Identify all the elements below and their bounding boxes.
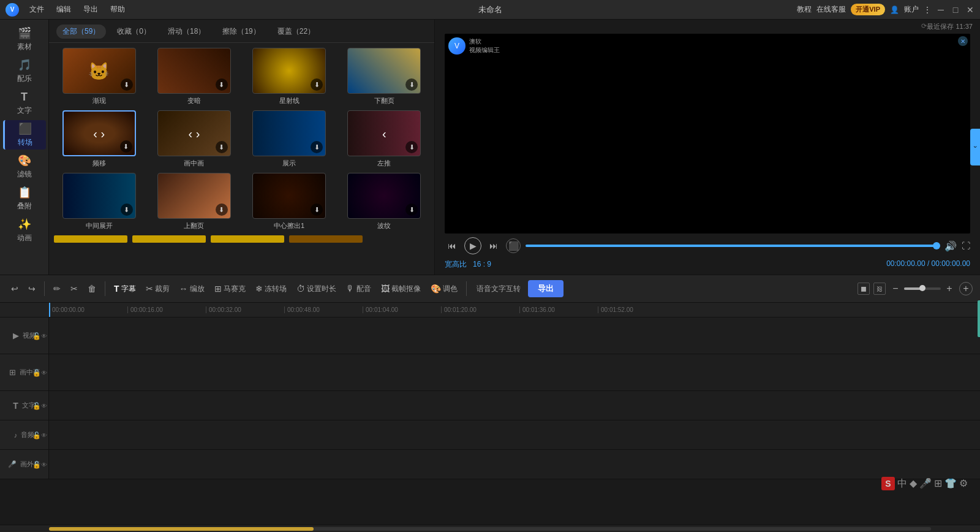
shichang-button[interactable]: ⏱ 设置时长 [293, 281, 340, 297]
transition-thumb-jianzhan[interactable]: ⬇ [62, 48, 136, 94]
sidebar-item-donghua[interactable]: ✨ 动画 [3, 216, 46, 245]
caijian-button[interactable]: ✂ 裁剪 [142, 281, 173, 297]
download-button[interactable]: ⬇ [216, 141, 228, 153]
tab-wipe[interactable]: 擦除（19） [216, 25, 266, 39]
minimize-button[interactable]: ─ [936, 5, 946, 15]
mute-icon[interactable]: 👁 [41, 332, 47, 339]
tab-cover[interactable]: 覆盖（22） [271, 25, 321, 39]
sidebar-item-lvjing[interactable]: 🎨 滤镜 [3, 152, 46, 181]
transition-thumb-xingshe[interactable]: ⬇ [252, 48, 326, 94]
dongzhuanchang-button[interactable]: ❄ 冻转场 [252, 281, 290, 297]
transition-thumb-huazhonghua[interactable]: ‹ › ⬇ [157, 110, 231, 156]
wm-diamond-icon[interactable]: ◆ [910, 477, 917, 490]
sidebar-item-peiyue[interactable]: 🎵 配乐 [3, 56, 46, 86]
download-button[interactable]: ⬇ [311, 78, 323, 91]
list-item[interactable]: ⬇ 下翻页 [339, 48, 429, 105]
sidebar-item-diefeng[interactable]: 📋 叠附 [3, 184, 46, 213]
vip-button[interactable]: 开通VIP [851, 4, 885, 15]
draw-button[interactable]: ✏ [50, 281, 64, 296]
track-content-voiceover[interactable] [49, 450, 980, 479]
transition-thumb-xia[interactable]: ⬇ [347, 48, 421, 94]
track-content-audio[interactable] [49, 420, 980, 449]
wm-grid-icon[interactable]: ⊞ [934, 477, 942, 490]
lock-icon[interactable]: 🔓 [32, 401, 41, 409]
lock-icon[interactable]: 🔓 [32, 332, 41, 340]
progress-handle[interactable] [933, 242, 940, 249]
mute-icon[interactable]: 👁 [41, 431, 47, 438]
lock-icon[interactable]: 🔓 [32, 368, 41, 376]
list-item[interactable]: ⬇ 上翻页 [149, 173, 239, 230]
scroll-track[interactable] [49, 527, 931, 531]
transition-thumb-bowen[interactable]: ⬇ [347, 173, 421, 219]
peiyin-button[interactable]: 🎙 配音 [342, 281, 375, 297]
transition-thumb-zhongjian[interactable]: ⬇ [62, 173, 136, 219]
download-button[interactable]: ⬇ [405, 141, 418, 153]
stop-button[interactable]: ⬛ [506, 238, 521, 253]
track-content-video[interactable] [49, 317, 980, 354]
zhentu-button[interactable]: 🖼 截帧抠像 [377, 281, 424, 297]
download-button[interactable]: ⬇ [216, 78, 228, 91]
download-button[interactable]: ⬇ [216, 203, 228, 216]
customer-service-link[interactable]: 在线客服 [816, 4, 846, 15]
transition-thumb-pinyi[interactable]: ‹ › ⬇ [62, 110, 136, 156]
marker-button[interactable]: ◼ [858, 283, 870, 295]
tab-fav[interactable]: 收藏（0） [111, 25, 157, 39]
undo-button[interactable]: ↩ [7, 281, 22, 296]
export-button[interactable]: 导出 [528, 280, 564, 297]
close-button[interactable]: ✕ [965, 5, 975, 15]
download-button[interactable]: ⬇ [311, 141, 323, 153]
mute-icon[interactable]: 👁 [41, 402, 47, 409]
biandao-button[interactable]: ↔ 编放 [176, 281, 208, 297]
sidebar-item-zhuanchang[interactable]: ⬛ 转场 [3, 120, 46, 150]
menu-edit[interactable]: 编辑 [54, 3, 74, 16]
transition-thumb-zuotui[interactable]: ‹ ⬇ [347, 110, 421, 156]
redo-button[interactable]: ↪ [24, 281, 39, 296]
wm-mic-icon[interactable]: 🎤 [919, 477, 932, 490]
delete-button[interactable]: 🗑 [84, 281, 100, 296]
add-track-button[interactable]: + [959, 282, 973, 295]
download-button[interactable]: ⬇ [121, 203, 133, 216]
list-item[interactable]: ⬇ 中心擦出1 [244, 173, 334, 230]
tutorial-link[interactable]: 教程 [797, 4, 812, 15]
wm-gear-icon[interactable]: ⚙ [959, 477, 968, 490]
list-item[interactable]: ⬇ 展示 [244, 110, 334, 168]
mute-icon[interactable]: 👁 [41, 461, 47, 468]
scroll-thumb[interactable] [49, 527, 314, 531]
maximize-button[interactable]: □ [951, 5, 960, 15]
transition-thumb-zhanshi[interactable]: ⬇ [252, 110, 326, 156]
step-back-button[interactable]: ⏮ [445, 238, 459, 253]
list-item[interactable]: ⬇ 星射线 [244, 48, 334, 105]
play-button[interactable]: ▶ [464, 237, 481, 254]
track-content-text[interactable] [49, 391, 980, 420]
sidebar-item-sucai[interactable]: 🎬 素材 [3, 25, 46, 54]
cut-button[interactable]: ✂ [67, 281, 81, 296]
download-button[interactable]: ⬇ [120, 140, 132, 153]
list-item[interactable]: ‹ › ⬇ 画中画 [149, 110, 239, 168]
account-label[interactable]: 账户 [904, 4, 919, 15]
step-forward-button[interactable]: ⏭ [486, 238, 501, 253]
list-item[interactable]: ⬇ 渐现 [54, 48, 144, 105]
diaose-button[interactable]: 🎨 调色 [427, 281, 461, 297]
zoom-in-button[interactable]: + [943, 283, 956, 295]
list-item[interactable]: ‹ ⬇ 左推 [339, 110, 429, 168]
download-button[interactable]: ⬇ [121, 78, 133, 91]
list-item[interactable]: ⬇ 变暗 [149, 48, 239, 105]
tab-slide[interactable]: 滑动（18） [162, 25, 211, 39]
zoom-out-button[interactable]: − [889, 283, 902, 295]
wm-shirt-icon[interactable]: 👕 [944, 477, 957, 490]
tab-all[interactable]: 全部（59） [56, 25, 106, 39]
wm-text-icon[interactable]: 中 [897, 477, 907, 490]
list-item[interactable]: ‹ › ⬇ 频移 [54, 110, 144, 168]
list-item[interactable]: ⬇ 波纹 [339, 173, 429, 230]
zoom-slider[interactable] [904, 287, 941, 290]
sidebar-item-wenzi[interactable]: T 文字 [3, 88, 46, 118]
makesuke-button[interactable]: ⊞ 马赛克 [211, 281, 249, 297]
zimu-button[interactable]: T 字幕 [110, 281, 140, 297]
lock-icon[interactable]: 🔓 [32, 460, 41, 468]
volume-button[interactable]: 🔊 [944, 240, 957, 252]
more-menu-icon[interactable]: ⋮ [924, 6, 931, 14]
download-button[interactable]: ⬇ [311, 203, 323, 216]
preview-close-button[interactable]: ✕ [958, 36, 968, 46]
list-item[interactable]: ⬇ 中间展开 [54, 173, 144, 230]
progress-bar[interactable] [526, 245, 940, 247]
